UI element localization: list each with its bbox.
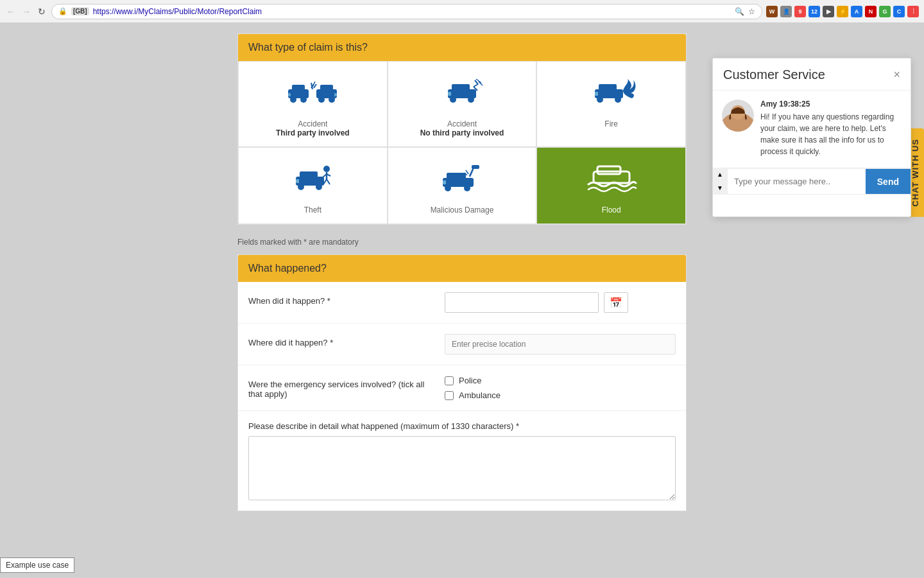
theft-icon <box>287 161 338 199</box>
forward-button[interactable]: → <box>21 6 32 17</box>
emergency-label: Were the emergency services involved? (t… <box>248 376 434 399</box>
accident-third-party-icon <box>287 74 338 113</box>
chat-input-area: Send <box>728 168 911 194</box>
claim-section-header: What type of claim is this? <box>238 34 686 61</box>
chat-send-button[interactable]: Send <box>866 169 911 194</box>
claim-type-label: Flood <box>602 206 621 215</box>
back-button[interactable]: ← <box>5 6 17 17</box>
svg-point-2 <box>290 96 296 103</box>
claim-type-label: Theft <box>304 206 321 215</box>
svg-point-42 <box>445 185 451 191</box>
accident-no-third-party-icon <box>436 74 488 113</box>
location-input[interactable] <box>445 334 676 355</box>
chat-extra-area <box>713 194 911 216</box>
ext-11[interactable]: ⋮ <box>907 6 919 17</box>
browser-chrome: ← → ↻ 🔒 [GB] https://www.i/MyClaims/Publ… <box>0 0 924 23</box>
ext-2[interactable]: 👤 <box>780 6 792 17</box>
svg-rect-18 <box>448 92 451 96</box>
svg-rect-51 <box>597 166 620 174</box>
browser-extensions: W 👤 9 12 ▶ ⚡ A N G C ⋮ <box>766 6 919 17</box>
address-bar[interactable]: 🔒 [GB] https://www.i/MyClaims/Public/Mot… <box>51 4 762 19</box>
lock-icon: 🔒 <box>58 7 67 15</box>
reload-button[interactable]: ↻ <box>36 6 47 17</box>
claim-type-flood[interactable]: Flood <box>536 147 686 224</box>
svg-point-27 <box>615 96 621 103</box>
svg-rect-41 <box>447 173 466 180</box>
claim-type-sublabel: No third party involved <box>420 128 504 137</box>
main-content: What type of claim is this? <box>237 33 687 568</box>
ext-3[interactable]: 9 <box>794 6 806 17</box>
ext-4[interactable]: 12 <box>809 6 820 17</box>
svg-rect-6 <box>320 85 333 91</box>
emergency-control: Police Ambulance <box>445 376 676 400</box>
chat-message-content: Amy 19:38:25 Hi! If you have any questio… <box>760 100 902 157</box>
ambulance-label: Ambulance <box>459 390 501 400</box>
ext-5[interactable]: ▶ <box>823 6 834 17</box>
when-input[interactable] <box>445 292 599 313</box>
svg-rect-33 <box>296 179 299 183</box>
describe-textarea[interactable] <box>248 436 676 500</box>
svg-line-19 <box>475 80 478 84</box>
police-checkbox[interactable] <box>445 376 454 385</box>
svg-point-3 <box>300 96 307 103</box>
describe-row: Please describe in detail what happened … <box>238 411 686 511</box>
malicious-damage-icon <box>436 161 488 199</box>
where-label: Where did it happen? * <box>248 334 434 347</box>
where-control <box>445 334 676 355</box>
chat-message-name-time: Amy 19:38:25 <box>760 100 902 109</box>
police-label: Police <box>459 376 481 385</box>
what-happened-header: What happened? <box>238 255 686 282</box>
ext-9[interactable]: G <box>879 6 891 17</box>
svg-line-20 <box>474 84 478 87</box>
chat-input[interactable] <box>728 169 866 194</box>
ext-7[interactable]: A <box>851 6 862 17</box>
claim-type-fire[interactable]: Fire <box>536 61 686 147</box>
svg-point-34 <box>323 166 330 172</box>
search-icon: 🔍 <box>735 7 744 16</box>
claim-type-accident-no-third-party[interactable]: Accident No third party involved <box>388 61 537 147</box>
svg-rect-1 <box>292 85 305 91</box>
svg-line-39 <box>327 179 330 184</box>
ext-6[interactable]: ⚡ <box>837 6 848 17</box>
svg-point-43 <box>464 185 470 191</box>
svg-rect-44 <box>443 180 446 184</box>
where-row: Where did it happen? * <box>238 324 686 365</box>
claim-type-malicious-damage[interactable]: Malicious Damage <box>388 147 537 224</box>
chat-message: Amy 19:38:25 Hi! If you have any questio… <box>722 100 902 157</box>
claim-type-label: Accident <box>298 119 327 128</box>
scroll-down-button[interactable]: ▼ <box>713 181 727 194</box>
svg-rect-25 <box>599 84 617 91</box>
when-label: When did it happen? * <box>248 292 434 306</box>
claim-type-accident-third-party[interactable]: Accident Third party involved <box>238 61 388 147</box>
ambulance-checkbox-row[interactable]: Ambulance <box>445 390 501 400</box>
example-badge: Example use case <box>0 557 74 573</box>
svg-point-7 <box>318 96 325 103</box>
fire-icon <box>586 74 637 113</box>
police-checkbox-row[interactable]: Police <box>445 376 501 385</box>
chat-close-button[interactable]: × <box>893 68 900 82</box>
claim-type-sublabel: Third party involved <box>276 128 350 137</box>
gb-badge: [GB] <box>71 7 89 15</box>
ambulance-checkbox[interactable] <box>445 391 454 400</box>
calendar-button[interactable]: 📅 <box>604 292 628 313</box>
ext-1[interactable]: W <box>766 6 778 17</box>
claim-type-section: What type of claim is this? <box>237 33 687 225</box>
describe-label: Please describe in detail what happened … <box>248 421 676 431</box>
chat-messages: Amy 19:38:25 Hi! If you have any questio… <box>713 91 911 168</box>
claim-type-theft[interactable]: Theft <box>238 147 388 224</box>
svg-line-47 <box>466 170 468 174</box>
chat-panel-header: Customer Service × <box>713 58 911 91</box>
ext-10[interactable]: C <box>893 6 905 17</box>
claim-types-grid: Accident Third party involved <box>238 61 686 224</box>
svg-rect-15 <box>452 84 470 91</box>
claim-type-label: Malicious Damage <box>431 206 494 215</box>
svg-point-32 <box>316 184 322 190</box>
claim-type-label: Accident <box>447 119 477 128</box>
svg-point-17 <box>468 96 474 103</box>
ext-8[interactable]: N <box>865 6 877 17</box>
emergency-row: Were the emergency services involved? (t… <box>238 365 686 411</box>
svg-rect-28 <box>595 92 598 96</box>
chat-message-text: Hi! If you have any questions regarding … <box>760 111 902 157</box>
mandatory-note: Fields marked with * are mandatory <box>237 232 687 254</box>
scroll-up-button[interactable]: ▲ <box>713 168 727 181</box>
